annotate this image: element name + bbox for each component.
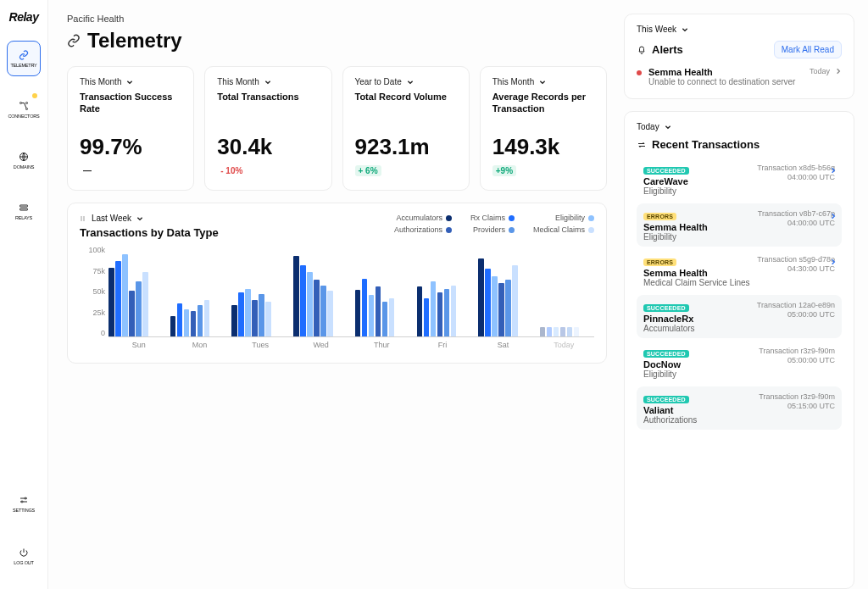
bar [560, 327, 566, 336]
y-tick: 75k [80, 267, 105, 275]
sidebar-item-label: DOMAINS [14, 164, 34, 169]
kpi-range-select[interactable]: This Month [80, 77, 181, 86]
transaction-time: 05:00:00 UTC [759, 356, 835, 364]
legend-item[interactable]: Authorizations [394, 225, 452, 234]
transaction-name: Semma Health [643, 268, 750, 278]
bar-group [293, 256, 348, 336]
transaction-time: 04:00:00 UTC [758, 219, 835, 227]
legend-item[interactable]: Accumulators [394, 214, 452, 222]
kpi-card: This MonthTransaction Success Rate99.7%— [67, 66, 194, 191]
sidebar-item-label: TELEMETRY [10, 63, 36, 68]
legend-swatch-icon [509, 227, 515, 233]
legend-item[interactable]: Providers [470, 225, 515, 234]
kpi-range-select[interactable]: This Month [217, 77, 319, 86]
legend-item[interactable]: Medical Claims [533, 225, 594, 234]
transaction-item[interactable]: SUCCEEDEDCareWaveEligibilityTransaction … [637, 158, 842, 201]
chevron-down-icon [665, 124, 671, 131]
chart-y-axis: 100k75k50k25k0 [80, 246, 105, 337]
y-tick: 0 [80, 329, 105, 337]
alerts-title-text: Alerts [652, 43, 683, 56]
x-tick: Tues [230, 341, 291, 349]
status-badge: SUCCEEDED [643, 396, 689, 403]
transaction-id: Transaction x8d5-b56q [757, 164, 835, 172]
transaction-item[interactable]: ERRORSSemma HealthMedical Claim Service … [637, 249, 842, 292]
kpi-range-select[interactable]: This Month [492, 77, 594, 86]
svg-rect-4 [20, 205, 28, 207]
bar [115, 261, 121, 336]
chevron-down-icon [126, 79, 133, 86]
kpi-range-label: This Month [80, 77, 121, 86]
x-tick: Wed [291, 341, 352, 349]
legend-label: Eligibility [555, 214, 585, 222]
transactions-title: Recent Transactions [637, 138, 842, 151]
transaction-name: Valiant [643, 405, 752, 415]
kpi-range-select[interactable]: Year to Date [355, 77, 457, 86]
bar [431, 281, 437, 336]
chart-range-select[interactable]: Last Week [80, 214, 219, 223]
status-badge: ERRORS [643, 213, 676, 220]
chevron-down-icon [682, 26, 688, 33]
transactions-panel: Today Recent Transactions SUCCEEDEDCareW… [624, 111, 854, 589]
kpi-value: 923.1m [355, 134, 457, 160]
kpi-range-label: This Month [217, 77, 259, 86]
bar [492, 276, 498, 336]
chevron-right-icon [830, 213, 837, 219]
link-icon [18, 49, 30, 61]
legend-swatch-icon [446, 215, 452, 221]
legend-swatch-icon [588, 227, 594, 233]
kpi-title: Transaction Success Rate [80, 92, 181, 115]
bar [540, 327, 546, 336]
kpi-title: Average Records per Transaction [492, 92, 594, 115]
transaction-type: Eligibility [643, 186, 750, 196]
bar [136, 281, 142, 336]
bar [300, 265, 306, 336]
transaction-item[interactable]: ERRORSSemma HealthEligibilityTransaction… [637, 203, 842, 247]
transaction-item[interactable]: SUCCEEDEDDocNowEligibilityTransaction r3… [637, 341, 842, 384]
status-badge: SUCCEEDED [643, 167, 689, 175]
x-tick: Sat [473, 341, 534, 349]
x-tick: Today [533, 341, 594, 349]
sidebar-item-connectors[interactable]: CONNECTORS [7, 92, 41, 127]
sidebar-item-label: SETTINGS [13, 508, 35, 513]
transaction-type: Authorizations [643, 415, 752, 425]
chart-x-axis: SunMonTuesWedThurFriSatToday [108, 341, 594, 349]
mark-all-read-button[interactable]: Mark All Read [774, 41, 842, 58]
sidebar-item-label: LOG OUT [14, 560, 33, 565]
alerts-range-select[interactable]: This Week [637, 25, 842, 34]
bar [451, 286, 457, 336]
sidebar-item-domains[interactable]: DOMAINS [7, 142, 41, 178]
sidebar-item-relays[interactable]: RELAYS [7, 193, 41, 229]
legend-label: Authorizations [394, 225, 442, 234]
legend-label: Providers [473, 225, 505, 234]
bar [108, 268, 114, 336]
bar-group [540, 327, 594, 336]
sidebar-item-settings[interactable]: SETTINGS [7, 486, 41, 521]
transactions-range-select[interactable]: Today [637, 122, 842, 131]
bar [424, 298, 430, 336]
legend-item[interactable]: Rx Claims [470, 214, 515, 222]
legend-label: Medical Claims [533, 225, 585, 234]
legend-swatch-icon [446, 227, 452, 233]
globe-icon [18, 151, 30, 163]
transaction-item[interactable]: SUCCEEDEDPinnacleRxAccumulatorsTransacti… [637, 295, 842, 338]
sidebar-item-logout[interactable]: LOG OUT [7, 538, 41, 574]
sidebar-item-telemetry[interactable]: TELEMETRY [7, 41, 41, 76]
bar [231, 305, 237, 336]
notification-dot-icon [32, 93, 37, 98]
transaction-time: 05:15:00 UTC [759, 402, 835, 410]
transaction-item[interactable]: SUCCEEDEDValiantAuthorizationsTransactio… [637, 386, 842, 430]
bar [307, 272, 313, 336]
legend-item[interactable]: Eligibility [533, 214, 594, 222]
chevron-down-icon [136, 215, 143, 222]
y-tick: 25k [80, 308, 105, 317]
alert-item[interactable]: Semma Health Unable to connect to destin… [637, 58, 842, 88]
alert-status-dot-icon [637, 70, 642, 75]
kpi-value: 30.4k [217, 134, 319, 160]
transaction-id: Transaction 12a0-e89n [757, 301, 835, 309]
svg-rect-5 [20, 208, 28, 210]
alerts-panel: This Week Alerts Mark All Read Semma Hea… [624, 14, 854, 99]
kpi-title: Total Transactions [217, 92, 319, 115]
bar [198, 305, 203, 336]
chevron-right-icon [830, 167, 837, 174]
kpi-value: 99.7% [80, 134, 181, 160]
